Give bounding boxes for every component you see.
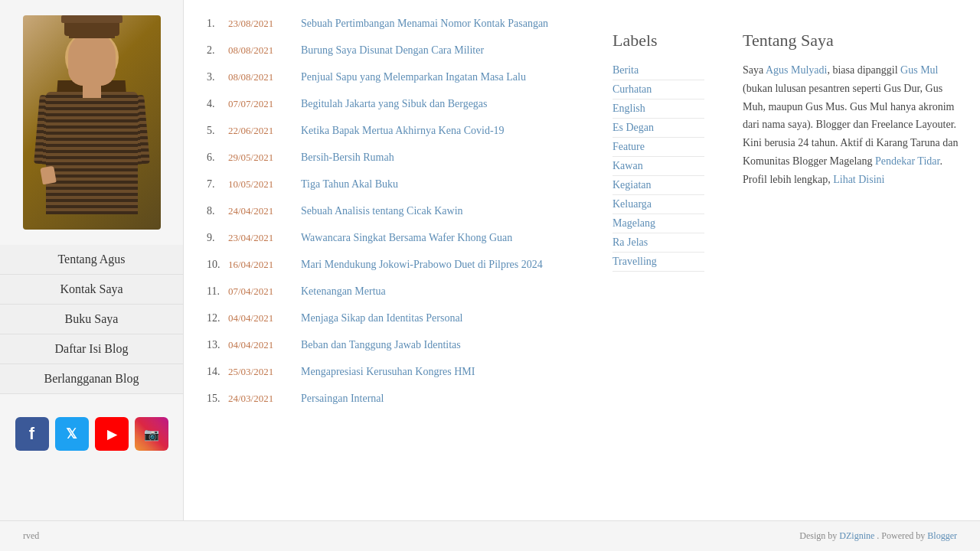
- label-magelang[interactable]: Magelang: [612, 214, 704, 233]
- post-date: 16/04/2021: [228, 256, 301, 272]
- post-date: 29/05/2021: [228, 149, 301, 165]
- post-title: Tiga Tahun Akal Buku: [301, 176, 398, 192]
- post-date: 04/04/2021: [228, 337, 301, 353]
- table-row: 13. 04/04/2021 Beban dan Tanggung Jawab …: [207, 337, 574, 353]
- table-row: 8. 24/04/2021 Sebuah Analisis tentang Ci…: [207, 203, 574, 219]
- author-link[interactable]: Agus Mulyadi: [766, 64, 828, 76]
- footer-credits: Design by DZignine . Powered by Blogger: [799, 530, 957, 542]
- table-row: 14. 25/03/2021 Mengapresiasi Kerusuhan K…: [207, 364, 574, 380]
- post-title: Beban dan Tanggung Jawab Identitas: [301, 337, 461, 353]
- label-berita[interactable]: Berita: [612, 61, 704, 80]
- label-kawan[interactable]: Kawan: [612, 157, 704, 176]
- labels-title: Labels: [612, 31, 704, 51]
- post-date: 24/03/2021: [228, 390, 301, 406]
- table-row: 1. 23/08/2021 Sebuah Pertimbangan Menama…: [207, 15, 574, 31]
- avatar: [23, 15, 161, 230]
- label-feature[interactable]: Feature: [612, 138, 704, 157]
- table-row: 2. 08/08/2021 Burung Saya Disunat Dengan…: [207, 42, 574, 58]
- post-number: 9.: [207, 230, 228, 246]
- post-date: 07/04/2021: [228, 283, 301, 299]
- post-date: 08/08/2021: [228, 69, 301, 85]
- post-title: Mari Mendukung Jokowi-Prabowo Duet di Pi…: [301, 256, 543, 272]
- youtube-icon[interactable]: ▶: [95, 417, 129, 451]
- table-row: 12. 04/04/2021 Menjaga Sikap dan Identit…: [207, 310, 574, 326]
- label-keluarga[interactable]: Keluarga: [612, 195, 704, 214]
- table-row: 10. 16/04/2021 Mari Mendukung Jokowi-Pra…: [207, 256, 574, 272]
- design-label: Design by: [799, 530, 837, 541]
- about-text-after: (bukan lulusan pesantren seperti Gus Dur…: [743, 83, 958, 167]
- label-curhatan[interactable]: Curhatan: [612, 80, 704, 99]
- post-number: 3.: [207, 69, 228, 85]
- sidebar-item-tentang[interactable]: Tentang Agus: [0, 245, 183, 275]
- label-es-degan[interactable]: Es Degan: [612, 119, 704, 138]
- post-number: 8.: [207, 203, 228, 219]
- post-number: 2.: [207, 42, 228, 58]
- post-number: 15.: [207, 390, 228, 406]
- post-number: 13.: [207, 337, 228, 353]
- post-title: Begitulah Jakarta yang Sibuk dan Bergega…: [301, 96, 488, 112]
- posts-list: 1. 23/08/2021 Sebuah Pertimbangan Menama…: [207, 15, 574, 406]
- post-title: Wawancara Singkat Bersama Wafer Khong Gu…: [301, 230, 512, 246]
- nickname-link[interactable]: Gus Mul: [900, 64, 938, 76]
- powered-label: . Powered by: [877, 530, 925, 541]
- table-row: 15. 24/03/2021 Persaingan Internal: [207, 390, 574, 406]
- post-number: 4.: [207, 96, 228, 112]
- about-text-before: Saya: [743, 64, 766, 76]
- table-row: 9. 23/04/2021 Wawancara Singkat Bersama …: [207, 230, 574, 246]
- about-section: Tentang Saya Saya Agus Mulyadi, biasa di…: [720, 15, 980, 482]
- post-date: 07/07/2021: [228, 96, 301, 112]
- table-row: 4. 07/07/2021 Begitulah Jakarta yang Sib…: [207, 96, 574, 112]
- facebook-icon[interactable]: f: [15, 417, 49, 451]
- sidebar-item-kontak[interactable]: Kontak Saya: [0, 275, 183, 305]
- content-area: 1. 23/08/2021 Sebuah Pertimbangan Menama…: [184, 0, 980, 520]
- instagram-icon[interactable]: 📷: [135, 417, 168, 451]
- post-date: 24/04/2021: [228, 203, 301, 219]
- post-date: 04/04/2021: [228, 310, 301, 326]
- labels-section: Labels Berita Curhatan English Es Degan …: [597, 15, 720, 482]
- post-date: 23/08/2021: [228, 15, 301, 31]
- about-text: Saya Agus Mulyadi, biasa dipanggil Gus M…: [743, 61, 965, 189]
- label-travelling[interactable]: Travelling: [612, 253, 704, 272]
- post-title: Ketika Bapak Mertua Akhirnya Kena Covid-…: [301, 122, 505, 139]
- post-title: Sebuah Analisis tentang Cicak Kawin: [301, 203, 463, 219]
- table-row: 3. 08/08/2021 Penjual Sapu yang Melempar…: [207, 69, 574, 85]
- about-title: Tentang Saya: [743, 31, 965, 51]
- sidebar: Tentang Agus Kontak Saya Buku Saya Dafta…: [0, 0, 184, 520]
- post-number: 5.: [207, 122, 228, 139]
- post-number: 6.: [207, 149, 228, 165]
- table-row: 11. 07/04/2021 Ketenangan Mertua: [207, 283, 574, 299]
- lihat-disini-link[interactable]: Lihat Disini: [833, 174, 884, 185]
- post-number: 1.: [207, 15, 228, 31]
- about-text-middle: , biasa dipanggil: [827, 64, 900, 76]
- post-date: 08/08/2021: [228, 42, 301, 58]
- social-icons-container: f 𝕏 ▶ 📷: [15, 409, 168, 458]
- post-number: 14.: [207, 364, 228, 380]
- label-ra-jelas[interactable]: Ra Jelas: [612, 233, 704, 253]
- post-title: Menjaga Sikap dan Identitas Personal: [301, 310, 463, 326]
- post-number: 12.: [207, 310, 228, 326]
- table-row: 5. 22/06/2021 Ketika Bapak Mertua Akhirn…: [207, 122, 574, 139]
- sidebar-item-berlangganan[interactable]: Berlangganan Blog: [0, 364, 183, 394]
- sidebar-item-daftar[interactable]: Daftar Isi Blog: [0, 334, 183, 364]
- post-title: Mengapresiasi Kerusuhan Kongres HMI: [301, 364, 475, 380]
- post-title: Bersih-Bersih Rumah: [301, 149, 394, 165]
- dzignine-link[interactable]: DZignine: [839, 530, 874, 541]
- post-number: 11.: [207, 283, 228, 299]
- sidebar-nav: Tentang Agus Kontak Saya Buku Saya Dafta…: [0, 245, 183, 394]
- right-panels: Labels Berita Curhatan English Es Degan …: [597, 0, 980, 520]
- label-english[interactable]: English: [612, 99, 704, 119]
- twitter-icon[interactable]: 𝕏: [55, 417, 89, 451]
- blogger-link[interactable]: Blogger: [927, 530, 957, 541]
- post-title: Ketenangan Mertua: [301, 283, 386, 299]
- post-number: 7.: [207, 176, 228, 192]
- sidebar-item-buku[interactable]: Buku Saya: [0, 305, 183, 334]
- pendekar-tidar-link[interactable]: Pendekar Tidar: [875, 155, 939, 167]
- post-title: Burung Saya Disunat Dengan Cara Militer: [301, 42, 484, 58]
- table-row: 7. 10/05/2021 Tiga Tahun Akal Buku: [207, 176, 574, 192]
- post-date: 10/05/2021: [228, 176, 301, 192]
- footer: rved Design by DZignine . Powered by Blo…: [0, 520, 980, 551]
- post-title: Penjual Sapu yang Melemparkan Ingatan Ma…: [301, 69, 526, 85]
- copyright-text: rved: [23, 530, 39, 542]
- label-kegiatan[interactable]: Kegiatan: [612, 176, 704, 195]
- post-title: Persaingan Internal: [301, 390, 384, 406]
